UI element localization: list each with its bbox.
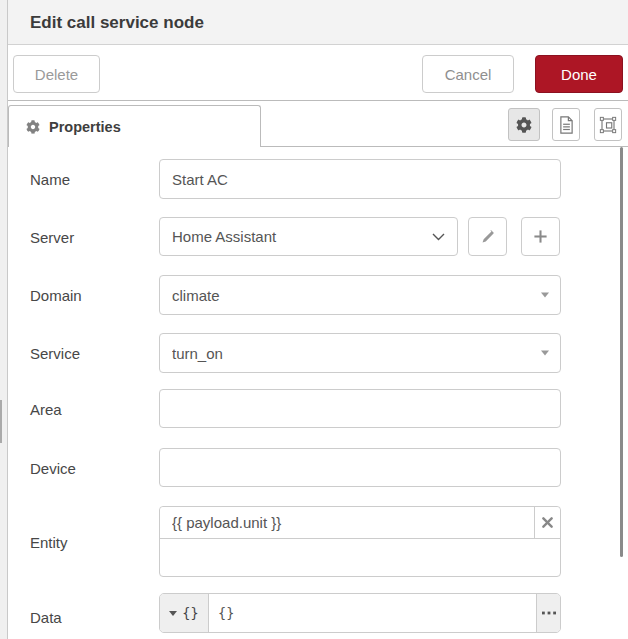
entity-list xyxy=(159,506,561,577)
server-select[interactable]: Home Assistant xyxy=(159,217,458,256)
caret-down-icon[interactable] xyxy=(541,293,549,298)
caret-down-icon xyxy=(169,611,177,616)
domain-input[interactable] xyxy=(160,276,560,314)
gear-icon xyxy=(26,120,40,134)
device-input[interactable] xyxy=(159,448,561,487)
appearance-icon xyxy=(599,116,617,134)
name-label: Name xyxy=(30,171,70,188)
service-field xyxy=(159,333,561,373)
service-input[interactable] xyxy=(160,334,560,372)
pencil-icon xyxy=(480,229,495,244)
domain-field xyxy=(159,275,561,315)
remove-x-icon xyxy=(542,517,553,528)
entity-label: Entity xyxy=(30,534,68,551)
entity-list-item xyxy=(160,507,560,539)
tab-properties-label: Properties xyxy=(49,119,121,135)
data-value-input[interactable] xyxy=(209,594,536,632)
dialog-toolbar: Delete Cancel Done xyxy=(8,46,628,101)
tab-properties[interactable]: Properties xyxy=(8,105,261,147)
plus-icon xyxy=(533,229,548,244)
data-type-button[interactable]: {} xyxy=(160,594,209,632)
domain-label: Domain xyxy=(30,287,82,304)
dialog-header: Edit call service node xyxy=(8,0,628,45)
entity-remove-button[interactable] xyxy=(534,507,560,538)
caret-down-icon[interactable] xyxy=(541,351,549,356)
server-add-button[interactable] xyxy=(521,217,560,256)
data-typedinput: {} xyxy=(159,593,561,633)
service-label: Service xyxy=(30,345,80,362)
area-label: Area xyxy=(30,401,62,418)
data-expand-button[interactable] xyxy=(536,594,560,632)
document-icon xyxy=(559,116,574,134)
description-tab-button[interactable] xyxy=(552,108,580,141)
server-select-value: Home Assistant xyxy=(172,228,276,245)
workspace-scrollbar-fragment xyxy=(0,400,2,443)
device-label: Device xyxy=(30,460,76,477)
workspace-left-strip xyxy=(0,0,8,639)
server-edit-button[interactable] xyxy=(468,217,507,256)
cancel-button[interactable]: Cancel xyxy=(422,55,514,93)
gear-icon xyxy=(516,117,532,133)
delete-button[interactable]: Delete xyxy=(13,55,100,93)
dialog-title: Edit call service node xyxy=(30,0,204,45)
properties-tab-button[interactable] xyxy=(508,108,540,141)
chevron-down-icon xyxy=(432,233,445,241)
appearance-tab-button[interactable] xyxy=(594,108,622,141)
data-label: Data xyxy=(30,609,62,626)
ellipsis-icon xyxy=(542,611,556,615)
json-type-label: {} xyxy=(182,605,198,621)
server-label: Server xyxy=(30,229,74,246)
scrollbar-thumb[interactable] xyxy=(620,147,623,557)
done-button[interactable]: Done xyxy=(535,55,623,93)
entity-input[interactable] xyxy=(160,507,534,538)
area-input[interactable] xyxy=(159,389,561,428)
editor-tabbar: Properties xyxy=(8,101,628,147)
name-input[interactable] xyxy=(159,159,561,199)
